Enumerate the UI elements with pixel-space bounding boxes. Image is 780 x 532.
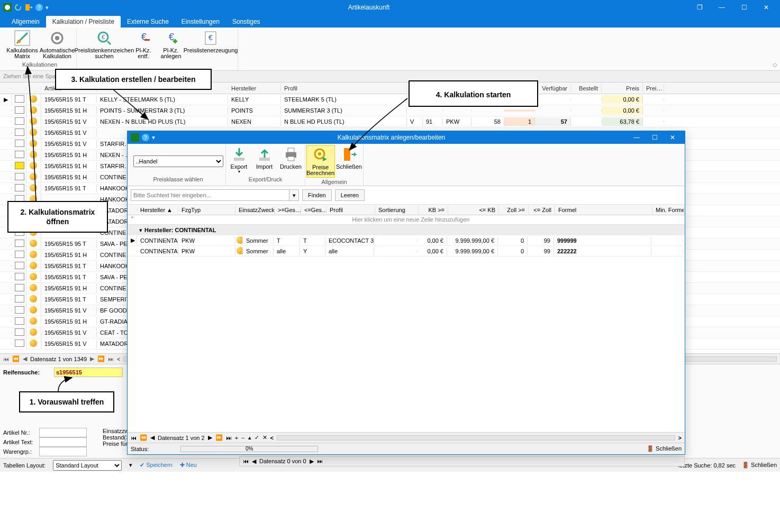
col-hersteller[interactable]: Hersteller xyxy=(228,84,281,93)
dcol-hersteller[interactable]: Hersteller ▲ xyxy=(137,206,178,214)
maximize-button[interactable]: ☐ xyxy=(733,4,755,11)
leeren-button[interactable]: Leeren xyxy=(335,189,365,201)
schliessen-button[interactable]: Schließen xyxy=(336,145,362,178)
plkz-entf-button[interactable]: € Pl-Kz. entf. xyxy=(131,29,156,60)
dnav-add-icon[interactable]: + xyxy=(235,435,238,441)
dnav-save-icon[interactable]: ✓ xyxy=(255,434,259,441)
search-dropdown-icon[interactable]: ▾ xyxy=(289,189,299,201)
dcol-zoll-min[interactable]: Zoll >= xyxy=(499,206,529,214)
col-preis[interactable]: Preis xyxy=(602,84,643,93)
layout-dropdown-icon[interactable]: ▾ xyxy=(129,462,132,469)
group-row-hersteller[interactable]: ▾ Hersteller: CONTINENTAL xyxy=(128,225,685,235)
layout-select[interactable]: Standard Layout xyxy=(53,460,122,471)
dialog-search-input[interactable] xyxy=(131,189,289,201)
help-icon[interactable]: ? xyxy=(141,133,150,142)
dnav-nextpage-icon[interactable]: ⏩ xyxy=(215,434,223,441)
table-row[interactable]: ▶CONTINENTALPKWSommerTTECOCONTACT 3 …0,0… xyxy=(128,235,685,246)
reifensuche-input[interactable] xyxy=(54,368,123,377)
nav-prevpage-icon[interactable]: ⏪ xyxy=(12,355,20,362)
nav2-prev-icon[interactable]: ◀ xyxy=(252,458,256,465)
preislistenkennzeichen-suchen-button[interactable]: € Preislistenkennzeichen suchen xyxy=(79,29,130,60)
table-row[interactable]: 195/65R15 91 VNEXEN - N BLUE HD PLUS (TL… xyxy=(0,116,780,127)
dcol-kb-min[interactable]: KB >= xyxy=(419,206,448,214)
automatische-kalkulation-button[interactable]: Automatische Kalkulation xyxy=(40,29,74,60)
table-row[interactable]: CONTINENTALPKWSommeralleYalle0,00 €9.999… xyxy=(128,246,685,256)
preisklasse-select[interactable]: ..Handel xyxy=(133,155,223,167)
restore-icon[interactable]: ❐ xyxy=(689,4,710,11)
kalkulations-matrix-button[interactable]: Kalkulations Matrix xyxy=(5,29,39,60)
table-row[interactable]: 195/65R15 91 HPOINTS - SUMMERSTAR 3 (TL)… xyxy=(0,105,780,116)
dnav-first-icon[interactable]: ⏮ xyxy=(131,435,137,441)
dcol-ges-min[interactable]: >=Ges… xyxy=(275,206,301,214)
import-button[interactable]: Import xyxy=(252,145,277,175)
close-button[interactable]: 🚪 Schließen xyxy=(742,462,777,469)
dcol-min-formel[interactable]: Min. Formel xyxy=(652,206,684,214)
nav2-first-icon[interactable]: ⏮ xyxy=(243,458,249,464)
dnav-remove-icon[interactable]: − xyxy=(241,435,244,441)
dialog-grid-body[interactable]: ▶CONTINENTALPKWSommerTTECOCONTACT 3 …0,0… xyxy=(128,235,685,256)
plkz-anlegen-button[interactable]: € Pl-Kz. anlegen xyxy=(157,29,185,60)
tab-kalkulation-preisliste[interactable]: Kalkulation / Preisliste xyxy=(46,16,121,27)
refresh-icon[interactable] xyxy=(14,3,22,12)
col-bestellt[interactable]: Bestellt xyxy=(571,84,602,93)
dcol-einsatzzweck[interactable]: EinsatzZweck xyxy=(235,206,275,214)
dcol-fzgtyp[interactable]: FzgTyp xyxy=(178,206,235,214)
dnav-cancel-icon[interactable]: ✕ xyxy=(262,434,267,441)
tab-einstellungen[interactable]: Einstellungen xyxy=(175,16,226,27)
dcol-profil[interactable]: Profil xyxy=(326,206,375,214)
nav-prev-icon[interactable]: ◀ xyxy=(23,355,27,362)
new-row-hint[interactable]: Hier klicken um eine neue Zeile hinzuzuf… xyxy=(137,215,685,225)
export-button[interactable]: Export▾ xyxy=(227,145,251,175)
tab-sonstiges[interactable]: Sonstiges xyxy=(226,16,267,27)
minimize-button[interactable]: — xyxy=(711,4,732,11)
dnav-last-icon[interactable]: ⏭ xyxy=(226,435,232,441)
dcol-sortierung[interactable]: Sortierung xyxy=(375,206,419,214)
tab-allgemein[interactable]: Allgemein xyxy=(5,16,46,27)
ribbon-collapse-icon[interactable]: ◇ xyxy=(773,61,777,68)
button-label: Automatische Kalkulation xyxy=(40,48,75,59)
nav-first-icon[interactable]: ⏮ xyxy=(3,356,9,362)
col-select[interactable] xyxy=(12,87,26,89)
quick-access-toolbar: ? ▾ xyxy=(3,3,49,12)
dnav-prev-icon[interactable]: ◀ xyxy=(150,434,155,441)
dcol-ges-max[interactable]: <=Ges… xyxy=(301,206,326,214)
artikeltext-input[interactable] xyxy=(39,437,87,447)
nav-nextpage-icon[interactable]: ⏩ xyxy=(97,355,105,362)
dialog-h-scrollbar[interactable] xyxy=(277,435,675,441)
nav2-last-icon[interactable]: ⏭ xyxy=(317,458,323,464)
dcol-zoll-max[interactable]: <= Zoll xyxy=(529,206,555,214)
drucken-button[interactable]: Drucken xyxy=(278,145,304,175)
nav-next-icon[interactable]: ▶ xyxy=(90,355,94,362)
col-status[interactable] xyxy=(26,87,41,89)
finden-button[interactable]: Finden xyxy=(302,189,332,201)
warengrp-input[interactable] xyxy=(39,447,87,456)
dnav-prevpage-icon[interactable]: ⏪ xyxy=(140,434,147,441)
dcol-kb-max[interactable]: <= KB xyxy=(448,206,499,214)
dnav-edit-icon[interactable]: ▴ xyxy=(248,434,251,441)
help-icon[interactable]: ? xyxy=(35,3,43,12)
dnav-scroll-right[interactable]: > xyxy=(678,435,682,441)
dcol-formel[interactable]: Formel xyxy=(555,206,652,214)
dialog-close[interactable]: ✕ xyxy=(664,134,682,141)
preislistenerzeugung-button[interactable]: € Preislistenerzeugung xyxy=(186,29,235,60)
dialog-close-button[interactable]: 🚪 Schließen xyxy=(647,445,682,452)
save-button[interactable]: ✔ Speichern xyxy=(140,462,173,469)
dialog-minimize[interactable]: — xyxy=(628,134,646,141)
preise-berechnen-button[interactable]: Preise Berechnen xyxy=(306,145,335,178)
close-button[interactable]: ✕ xyxy=(756,4,777,11)
exit-icon[interactable] xyxy=(24,3,33,12)
table-row[interactable]: ▶195/65R15 91 TKELLY - STEELMARK 5 (TL)K… xyxy=(0,94,780,105)
col-profil[interactable]: Profil xyxy=(281,84,407,93)
dnav-scroll-left[interactable]: < xyxy=(270,435,274,441)
new-button[interactable]: ✚ Neu xyxy=(180,462,197,469)
nav2-next-icon[interactable]: ▶ xyxy=(310,458,314,465)
artikelnr-input[interactable] xyxy=(39,428,87,437)
collapse-icon[interactable]: ▾ xyxy=(139,227,144,234)
nav-last-icon[interactable]: ⏭ xyxy=(108,356,114,362)
col-verfuegbar[interactable]: Verfügbar xyxy=(535,84,571,93)
dialog-maximize[interactable]: ☐ xyxy=(646,134,664,141)
col-preis2[interactable]: Prei… xyxy=(643,84,664,93)
dnav-next-icon[interactable]: ▶ xyxy=(208,434,212,441)
nav-scroll-left[interactable]: < xyxy=(117,356,120,362)
tab-externe-suche[interactable]: Externe Suche xyxy=(121,16,175,27)
